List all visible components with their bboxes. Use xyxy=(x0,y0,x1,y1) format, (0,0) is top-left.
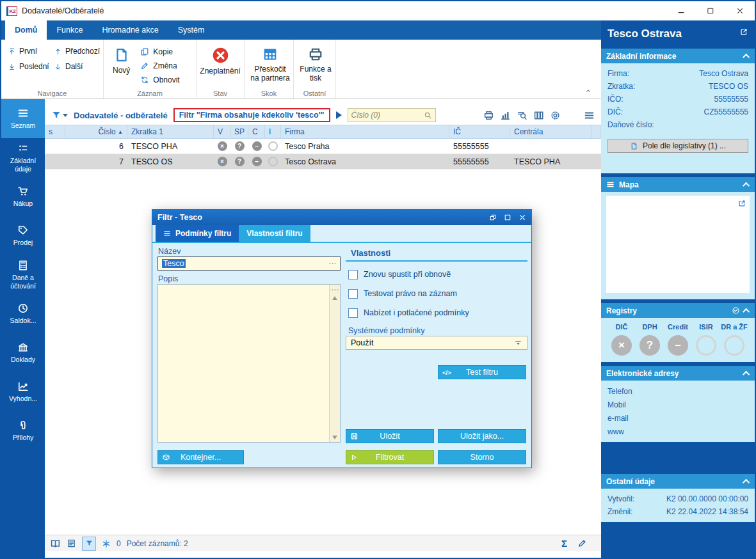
section-header-adresy[interactable]: Elektronické adresy xyxy=(601,366,755,381)
apply-filter-button[interactable]: Filtrovat xyxy=(346,450,434,464)
tab-vlastnosti-filtru[interactable]: Vlastnosti filtru xyxy=(239,225,310,242)
sidebar-item-dane-uctovani[interactable]: Daně a účtování xyxy=(1,255,45,294)
chart-icon[interactable] xyxy=(500,110,511,121)
sidebar-item-nakup[interactable]: Nákup xyxy=(1,177,45,216)
tab-system[interactable]: Systém xyxy=(168,20,214,40)
tab-podminky-filtru[interactable]: Podmínky filtru xyxy=(156,225,239,242)
minimize-button[interactable] xyxy=(666,1,696,20)
table-row[interactable]: 6 TESCO PHA × ? – Tesco Praha 55555555 xyxy=(45,139,601,154)
checkbox-icon[interactable] xyxy=(348,270,358,280)
col-header-v[interactable]: V xyxy=(214,125,230,138)
invalidate-button[interactable]: Zneplatnění xyxy=(202,43,239,76)
map-placeholder[interactable] xyxy=(606,196,750,293)
copy-record-button[interactable]: Kopie xyxy=(140,45,179,58)
col-header-c[interactable]: C xyxy=(248,125,265,138)
filter-description-input[interactable]: ⋯ xyxy=(157,284,341,443)
col-header-i[interactable]: I xyxy=(265,125,281,138)
collapse-icon[interactable] xyxy=(743,53,750,60)
scroll-up-icon[interactable] xyxy=(332,296,337,300)
collapse-icon[interactable] xyxy=(743,478,750,485)
menu-icon[interactable] xyxy=(606,180,615,189)
sidebar-item-doklady[interactable]: Doklady xyxy=(1,333,45,372)
section-header-registry[interactable]: Registry xyxy=(601,303,755,318)
print-icon[interactable] xyxy=(483,110,494,121)
ribbon-collapse-button[interactable] xyxy=(584,87,592,95)
sidebar-item-vyhodnoceni[interactable]: Vyhodn... xyxy=(1,372,45,411)
refresh-button[interactable]: Obnovit xyxy=(140,74,179,86)
gear-icon[interactable] xyxy=(550,110,561,121)
tab-domu[interactable]: Domů xyxy=(5,20,47,40)
sidebar-item-prodej[interactable]: Prodej xyxy=(1,216,45,255)
undock-icon[interactable] xyxy=(489,214,497,221)
filter-active-toggle[interactable] xyxy=(82,537,96,551)
checkbox-testovat-pravo[interactable]: Testovat právo na záznam xyxy=(348,288,527,299)
combo-arrow-icon[interactable] xyxy=(514,339,522,347)
registry-question-icon[interactable]: ? xyxy=(639,335,660,356)
registry-empty-icon[interactable] xyxy=(696,335,716,356)
col-header-cislo[interactable]: Číslo ▲ xyxy=(65,125,127,138)
tab-hromadne-akce[interactable]: Hromadné akce xyxy=(92,20,168,40)
col-header-ic[interactable]: IČ xyxy=(449,125,510,138)
col-header-centrala[interactable]: Centrála xyxy=(510,125,591,138)
ellipsis-button[interactable]: ⋯ xyxy=(331,286,339,294)
close-button[interactable] xyxy=(725,1,755,20)
registry-x-icon[interactable]: × xyxy=(611,335,632,356)
checkbox-icon[interactable] xyxy=(348,289,358,299)
sidebar-item-prilohy[interactable]: Přílohy xyxy=(1,411,45,450)
address-link-www[interactable]: www xyxy=(607,425,748,438)
open-external-icon[interactable] xyxy=(739,28,748,36)
cancel-button[interactable]: Storno xyxy=(438,450,526,464)
collapse-icon[interactable] xyxy=(743,308,750,315)
maximize-button[interactable] xyxy=(696,1,725,20)
collapse-icon[interactable] xyxy=(743,182,750,189)
address-link-mobil[interactable]: Mobil xyxy=(607,398,748,411)
freeze-icon[interactable] xyxy=(102,539,111,548)
search-input[interactable] xyxy=(351,111,424,120)
address-link-email[interactable]: e-mail xyxy=(607,411,748,425)
first-record-button[interactable]: První xyxy=(6,47,52,56)
checkbox-znovu-spustit[interactable]: Znovu spustit při obnově xyxy=(348,269,527,280)
edit-pencil-icon[interactable] xyxy=(577,539,587,548)
maximize-icon[interactable] xyxy=(504,214,511,221)
ellipsis-button[interactable]: ⋯ xyxy=(328,260,336,267)
edit-record-button[interactable]: Změna xyxy=(140,59,179,72)
registry-dash-icon[interactable]: – xyxy=(668,335,688,356)
collapse-icon[interactable] xyxy=(743,370,750,377)
sidebar-item-saldokonta[interactable]: Saldok... xyxy=(1,294,45,333)
container-button[interactable]: Kontejner... xyxy=(157,450,244,464)
book-icon[interactable] xyxy=(50,538,61,549)
save-button[interactable]: Uložit xyxy=(346,429,434,443)
table-row-selected[interactable]: 7 TESCO OS × ? – Tesco Ostrava 55555555 … xyxy=(45,154,601,169)
checkbox-icon[interactable] xyxy=(348,308,358,318)
previous-record-button[interactable]: Předchozí xyxy=(52,47,101,56)
search-records-icon[interactable] xyxy=(517,110,527,121)
col-header-firma[interactable]: Firma xyxy=(281,125,449,138)
checkbox-nabizet-podminky[interactable]: Nabízet i potlačené podmínky xyxy=(348,307,527,319)
section-header-ostatni[interactable]: Ostatní údaje xyxy=(601,474,755,489)
jump-to-partner-button[interactable]: Přeskočit na partnera xyxy=(250,43,291,83)
tab-funkce[interactable]: Funkce xyxy=(47,20,92,40)
filter-name-input[interactable]: Tesco ⋯ xyxy=(157,256,341,271)
apply-filter-button[interactable] xyxy=(336,111,342,119)
systemove-podminky-select[interactable]: Použít xyxy=(346,336,527,350)
card-icon[interactable] xyxy=(67,539,76,548)
test-filter-button[interactable]: </> Test filtru xyxy=(438,365,526,379)
address-link-telefon[interactable]: Telefon xyxy=(607,384,748,398)
close-icon[interactable] xyxy=(519,214,526,221)
open-map-icon[interactable] xyxy=(737,199,746,208)
next-record-button[interactable]: Další xyxy=(52,62,101,71)
menu-icon[interactable] xyxy=(584,110,595,121)
description-scrollbar[interactable]: ⋯ xyxy=(329,285,340,442)
active-filter-badge[interactable]: Filtr "Firma obsahuje kdekoliv 'tesco'" xyxy=(173,108,330,122)
columns-icon[interactable] xyxy=(533,110,544,121)
description-text[interactable] xyxy=(158,285,329,442)
col-header-zkratka[interactable]: Zkratka 1 xyxy=(127,125,214,138)
scroll-down-icon[interactable] xyxy=(332,436,337,439)
col-header-sp[interactable]: SP xyxy=(230,125,248,138)
sum-icon[interactable]: Σ xyxy=(561,538,567,549)
col-header-s[interactable]: s xyxy=(45,125,65,138)
section-header-mapa[interactable]: Mapa xyxy=(601,177,755,192)
last-record-button[interactable]: Poslední xyxy=(6,62,52,71)
legislation-fields-button[interactable]: Pole dle legislativy (1) ... xyxy=(607,139,748,153)
section-header-zakladni[interactable]: Základní informace xyxy=(601,49,755,63)
